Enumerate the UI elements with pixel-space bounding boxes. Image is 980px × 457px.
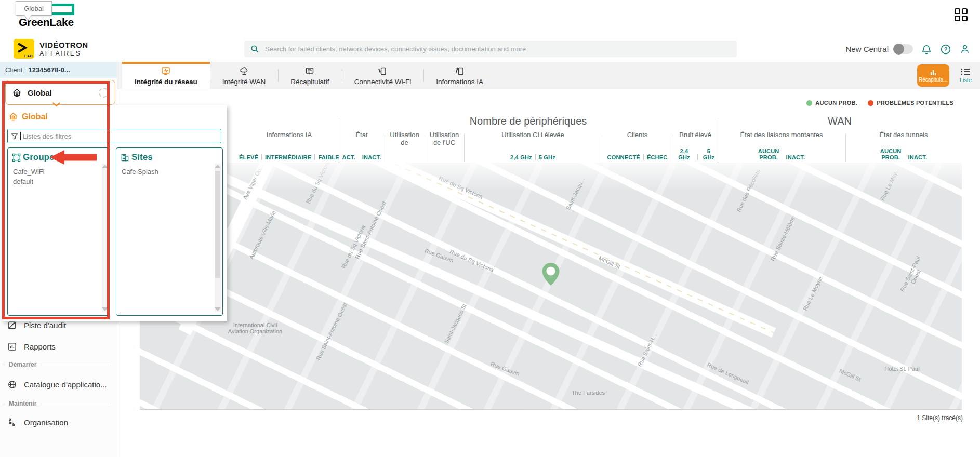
brand-name: VIDÉOTRON	[39, 41, 88, 49]
tab-informations-ia[interactable]: Informations IA	[423, 62, 496, 89]
scroll-up-icon[interactable]	[215, 165, 221, 168]
wan-health-icon	[239, 66, 249, 76]
sidebar-item-catalogue-d-applicatio-[interactable]: Catalogue d'applicatio...	[0, 377, 117, 392]
kpi-subcolumn-label: INACT.	[908, 154, 928, 160]
kpi-group-title: WAN	[718, 115, 962, 130]
scroll-thumb[interactable]	[215, 171, 220, 278]
scroll-down-icon[interactable]	[102, 307, 108, 311]
kpi-column: Utilisation de	[385, 130, 425, 162]
group-list-item[interactable]: default	[13, 177, 98, 186]
sidebar-item-rapports[interactable]: Rapports	[0, 339, 117, 354]
map-poi-label: International Civil Aviation Organizatio…	[228, 322, 282, 334]
summary-view-label: Récapitula...	[919, 77, 948, 83]
kpi-column-label: Utilisation de l'UC	[426, 131, 463, 147]
tab-int-grit-du-r-seau[interactable]: Intégrité du réseau	[122, 62, 210, 89]
kpi-column: Informations IAÉLEVÉINTERMÉDIAIREFAIBLE	[238, 130, 340, 162]
tab-label: Intégrité du réseau	[135, 78, 197, 86]
tab-int-grit-wan[interactable]: Intégrité WAN	[210, 62, 279, 89]
list-view-button[interactable]: Liste	[960, 68, 972, 83]
app-window: HPE GreenLake Global LAB VIDÉOTRON AFFAI…	[0, 0, 980, 457]
tab-r-capitulatif[interactable]: Récapitulatif	[278, 62, 341, 89]
kpi-group: Informations IAÉLEVÉINTERMÉDIAIREFAIBLE	[238, 115, 339, 163]
kpi-subcolumn-label: INACT.	[786, 154, 805, 160]
search-icon	[250, 45, 259, 53]
toggle-knob[interactable]	[893, 44, 904, 55]
kpi-subcolumn-label: ÉCHEC	[647, 154, 668, 160]
global-search[interactable]	[244, 41, 737, 57]
site-pin[interactable]	[540, 262, 561, 287]
globe-icon	[7, 380, 17, 389]
reports-icon	[7, 342, 17, 352]
user-icon[interactable]	[959, 44, 971, 55]
groups-icon	[12, 153, 21, 162]
kpi-group-title	[238, 115, 339, 130]
app-launcher-icon[interactable]	[955, 8, 968, 21]
group-list-item[interactable]: Cafe_WiFi	[13, 167, 98, 177]
map[interactable]: Ave Viger Ou...Rue du Sq VictoriaAutorou…	[140, 163, 962, 410]
central-toolbar: LAB VIDÉOTRON AFFAIRES New Central ?	[0, 36, 980, 62]
client-selector[interactable]: Client : 12345678-0...	[0, 62, 117, 78]
kpi-column: ÉtatACT.INACT.	[339, 130, 385, 162]
content-area: Intégrité du réseauIntégrité WANRécapitu…	[117, 62, 980, 457]
scope-dropdown: Global Listes des filtres Groupes Cafe_W…	[2, 105, 227, 321]
kpi-column-label: Informations IA	[239, 131, 339, 139]
kpi-group: WANÉtat des liaisons montantesAUCUN PROB…	[718, 115, 962, 163]
filter-input[interactable]: Listes des filtres	[7, 129, 221, 143]
kpi-subcolumn-label: INTERMÉDIAIRE	[265, 154, 311, 160]
kpi-column-label: Clients	[603, 131, 672, 139]
legend-label: AUCUN PROB.	[815, 100, 857, 106]
help-icon[interactable]: ?	[940, 44, 951, 55]
kpi-subcolumn-label: 2,4 GHz	[674, 148, 694, 160]
home-icon	[12, 88, 22, 98]
status-legend: AUCUN PROB.PROBLÈMES POTENTIELS	[806, 100, 953, 106]
kpi-column: ClientsCONNECTÉÉCHEC	[602, 130, 673, 162]
sidebar-section-label: Maintenir	[9, 400, 36, 407]
ai-insights-icon	[455, 66, 465, 76]
sidebar-item-organisation[interactable]: Organisation	[0, 414, 117, 430]
filter-placeholder: Listes des filtres	[23, 132, 71, 140]
legend-dot-icon	[806, 100, 812, 106]
tab-connectivit-wi-fi[interactable]: Connectivité Wi-Fi	[342, 62, 424, 89]
kpi-group-title: Nombre de périphériques	[339, 115, 718, 130]
global-tooltip: Global	[16, 1, 52, 16]
map-poi-label: The Farsides	[572, 389, 605, 396]
scroll-up-icon[interactable]	[102, 165, 108, 168]
sites-panel: Sites Cafe Splash	[116, 147, 223, 316]
kpi-column-label: État des liaisons montantes	[719, 131, 844, 139]
groups-panel: Groupes Cafe_WiFidefault	[7, 147, 110, 316]
network-health-icon	[161, 66, 171, 76]
scroll-down-icon[interactable]	[215, 307, 221, 311]
kpi-subcolumn-label: CONNECTÉ	[607, 154, 640, 160]
scope-selector[interactable]: Global	[5, 80, 115, 105]
videotron-lab-badge-icon: LAB	[14, 39, 34, 59]
notifications-bell-icon[interactable]	[921, 44, 932, 55]
kpi-column: État des tunnelsAUCUN PROB.INACT.	[845, 130, 962, 162]
site-list-item[interactable]: Cafe Splash	[122, 167, 211, 177]
kpi-column-label: État	[340, 131, 383, 139]
client-label: Client :	[5, 66, 26, 74]
new-central-toggle[interactable]	[893, 44, 913, 54]
wifi-connectivity-icon	[377, 66, 388, 76]
scope-option-global[interactable]: Global	[8, 112, 48, 122]
map-poi-label: Hôtel St. Paul	[884, 366, 919, 372]
chevron-down-icon[interactable]	[52, 102, 61, 107]
org-icon	[7, 418, 17, 427]
bar-chart-icon	[929, 69, 938, 76]
dashboard-body: AUCUN PROB.PROBLÈMES POTENTIELS Informat…	[117, 89, 980, 457]
legend-label: PROBLÈMES POTENTIELS	[877, 100, 953, 106]
scrollbar[interactable]	[215, 164, 221, 312]
kpi-column-label: Utilisation CH élevée	[465, 131, 601, 139]
scope-option-global-label: Global	[22, 112, 48, 122]
scrollbar[interactable]	[102, 164, 108, 312]
summary-view-button[interactable]: Récapitula...	[917, 64, 949, 87]
kpi-subcolumn-label: AUCUN PROB.	[758, 148, 779, 160]
kpi-column: Utilisation de l'UC	[425, 130, 464, 162]
sites-count: 1 Site(s) tracé(s)	[917, 414, 963, 422]
audit-icon	[7, 320, 17, 330]
search-input[interactable]	[264, 45, 731, 53]
legend-dot-icon	[868, 100, 873, 106]
kpi-column: Bruit élevé2,4 GHz5 GHz	[673, 130, 718, 162]
scope-selected-value: Global	[28, 88, 52, 97]
kpi-column: Utilisation CH élevée2,4 GHz5 GHz	[464, 130, 602, 162]
kpi-column: État des liaisons montantesAUCUN PROB.IN…	[718, 130, 845, 162]
